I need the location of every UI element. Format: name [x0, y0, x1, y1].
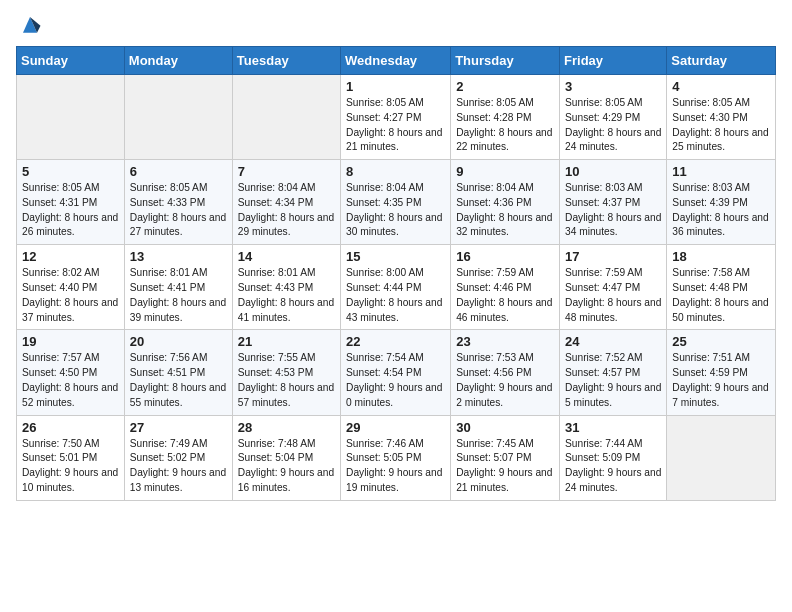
header — [16, 10, 776, 38]
day-number: 23 — [456, 334, 554, 349]
day-info: Sunrise: 8:04 AM Sunset: 4:35 PM Dayligh… — [346, 181, 445, 240]
calendar-week-row: 5Sunrise: 8:05 AM Sunset: 4:31 PM Daylig… — [17, 160, 776, 245]
day-number: 30 — [456, 420, 554, 435]
calendar-cell: 16Sunrise: 7:59 AM Sunset: 4:46 PM Dayli… — [451, 245, 560, 330]
day-info: Sunrise: 7:46 AM Sunset: 5:05 PM Dayligh… — [346, 437, 445, 496]
calendar-header-thursday: Thursday — [451, 47, 560, 75]
day-info: Sunrise: 7:52 AM Sunset: 4:57 PM Dayligh… — [565, 351, 661, 410]
day-info: Sunrise: 8:05 AM Sunset: 4:30 PM Dayligh… — [672, 96, 770, 155]
day-info: Sunrise: 8:02 AM Sunset: 4:40 PM Dayligh… — [22, 266, 119, 325]
day-number: 27 — [130, 420, 227, 435]
calendar-week-row: 12Sunrise: 8:02 AM Sunset: 4:40 PM Dayli… — [17, 245, 776, 330]
day-info: Sunrise: 8:04 AM Sunset: 4:36 PM Dayligh… — [456, 181, 554, 240]
calendar-cell: 4Sunrise: 8:05 AM Sunset: 4:30 PM Daylig… — [667, 75, 776, 160]
calendar-cell: 26Sunrise: 7:50 AM Sunset: 5:01 PM Dayli… — [17, 415, 125, 500]
calendar-table: SundayMondayTuesdayWednesdayThursdayFrid… — [16, 46, 776, 501]
calendar-cell: 27Sunrise: 7:49 AM Sunset: 5:02 PM Dayli… — [124, 415, 232, 500]
day-number: 5 — [22, 164, 119, 179]
logo — [16, 10, 48, 38]
day-info: Sunrise: 7:57 AM Sunset: 4:50 PM Dayligh… — [22, 351, 119, 410]
day-number: 4 — [672, 79, 770, 94]
calendar-cell: 19Sunrise: 7:57 AM Sunset: 4:50 PM Dayli… — [17, 330, 125, 415]
calendar-cell: 8Sunrise: 8:04 AM Sunset: 4:35 PM Daylig… — [341, 160, 451, 245]
day-info: Sunrise: 7:55 AM Sunset: 4:53 PM Dayligh… — [238, 351, 335, 410]
day-number: 20 — [130, 334, 227, 349]
calendar-cell: 24Sunrise: 7:52 AM Sunset: 4:57 PM Dayli… — [560, 330, 667, 415]
day-number: 21 — [238, 334, 335, 349]
calendar-cell: 18Sunrise: 7:58 AM Sunset: 4:48 PM Dayli… — [667, 245, 776, 330]
calendar-cell: 25Sunrise: 7:51 AM Sunset: 4:59 PM Dayli… — [667, 330, 776, 415]
day-info: Sunrise: 8:03 AM Sunset: 4:39 PM Dayligh… — [672, 181, 770, 240]
calendar-header-saturday: Saturday — [667, 47, 776, 75]
day-info: Sunrise: 8:05 AM Sunset: 4:31 PM Dayligh… — [22, 181, 119, 240]
calendar-cell — [124, 75, 232, 160]
day-number: 25 — [672, 334, 770, 349]
day-info: Sunrise: 8:00 AM Sunset: 4:44 PM Dayligh… — [346, 266, 445, 325]
calendar-cell: 28Sunrise: 7:48 AM Sunset: 5:04 PM Dayli… — [232, 415, 340, 500]
calendar-cell: 23Sunrise: 7:53 AM Sunset: 4:56 PM Dayli… — [451, 330, 560, 415]
calendar-cell: 21Sunrise: 7:55 AM Sunset: 4:53 PM Dayli… — [232, 330, 340, 415]
day-number: 13 — [130, 249, 227, 264]
day-info: Sunrise: 7:49 AM Sunset: 5:02 PM Dayligh… — [130, 437, 227, 496]
calendar-cell: 7Sunrise: 8:04 AM Sunset: 4:34 PM Daylig… — [232, 160, 340, 245]
day-info: Sunrise: 8:05 AM Sunset: 4:29 PM Dayligh… — [565, 96, 661, 155]
day-info: Sunrise: 7:54 AM Sunset: 4:54 PM Dayligh… — [346, 351, 445, 410]
calendar-cell: 30Sunrise: 7:45 AM Sunset: 5:07 PM Dayli… — [451, 415, 560, 500]
day-number: 28 — [238, 420, 335, 435]
calendar-cell: 9Sunrise: 8:04 AM Sunset: 4:36 PM Daylig… — [451, 160, 560, 245]
day-info: Sunrise: 7:58 AM Sunset: 4:48 PM Dayligh… — [672, 266, 770, 325]
calendar-cell: 13Sunrise: 8:01 AM Sunset: 4:41 PM Dayli… — [124, 245, 232, 330]
day-number: 29 — [346, 420, 445, 435]
calendar-cell: 17Sunrise: 7:59 AM Sunset: 4:47 PM Dayli… — [560, 245, 667, 330]
calendar-cell — [232, 75, 340, 160]
day-number: 11 — [672, 164, 770, 179]
day-info: Sunrise: 7:56 AM Sunset: 4:51 PM Dayligh… — [130, 351, 227, 410]
day-info: Sunrise: 8:05 AM Sunset: 4:33 PM Dayligh… — [130, 181, 227, 240]
calendar-cell: 11Sunrise: 8:03 AM Sunset: 4:39 PM Dayli… — [667, 160, 776, 245]
day-info: Sunrise: 7:51 AM Sunset: 4:59 PM Dayligh… — [672, 351, 770, 410]
day-info: Sunrise: 7:59 AM Sunset: 4:46 PM Dayligh… — [456, 266, 554, 325]
day-info: Sunrise: 8:03 AM Sunset: 4:37 PM Dayligh… — [565, 181, 661, 240]
calendar-week-row: 19Sunrise: 7:57 AM Sunset: 4:50 PM Dayli… — [17, 330, 776, 415]
calendar-cell: 20Sunrise: 7:56 AM Sunset: 4:51 PM Dayli… — [124, 330, 232, 415]
day-number: 3 — [565, 79, 661, 94]
day-number: 16 — [456, 249, 554, 264]
calendar-cell: 5Sunrise: 8:05 AM Sunset: 4:31 PM Daylig… — [17, 160, 125, 245]
day-number: 24 — [565, 334, 661, 349]
calendar-week-row: 1Sunrise: 8:05 AM Sunset: 4:27 PM Daylig… — [17, 75, 776, 160]
day-number: 2 — [456, 79, 554, 94]
day-info: Sunrise: 7:50 AM Sunset: 5:01 PM Dayligh… — [22, 437, 119, 496]
calendar-header-monday: Monday — [124, 47, 232, 75]
calendar-cell: 14Sunrise: 8:01 AM Sunset: 4:43 PM Dayli… — [232, 245, 340, 330]
calendar-header-sunday: Sunday — [17, 47, 125, 75]
calendar-cell: 29Sunrise: 7:46 AM Sunset: 5:05 PM Dayli… — [341, 415, 451, 500]
day-info: Sunrise: 7:44 AM Sunset: 5:09 PM Dayligh… — [565, 437, 661, 496]
day-number: 26 — [22, 420, 119, 435]
calendar-cell: 12Sunrise: 8:02 AM Sunset: 4:40 PM Dayli… — [17, 245, 125, 330]
day-info: Sunrise: 8:01 AM Sunset: 4:43 PM Dayligh… — [238, 266, 335, 325]
day-number: 7 — [238, 164, 335, 179]
day-number: 15 — [346, 249, 445, 264]
day-info: Sunrise: 7:59 AM Sunset: 4:47 PM Dayligh… — [565, 266, 661, 325]
day-number: 22 — [346, 334, 445, 349]
calendar-cell: 22Sunrise: 7:54 AM Sunset: 4:54 PM Dayli… — [341, 330, 451, 415]
calendar-header-wednesday: Wednesday — [341, 47, 451, 75]
calendar-cell: 1Sunrise: 8:05 AM Sunset: 4:27 PM Daylig… — [341, 75, 451, 160]
day-info: Sunrise: 7:53 AM Sunset: 4:56 PM Dayligh… — [456, 351, 554, 410]
calendar-header-row: SundayMondayTuesdayWednesdayThursdayFrid… — [17, 47, 776, 75]
calendar-cell: 3Sunrise: 8:05 AM Sunset: 4:29 PM Daylig… — [560, 75, 667, 160]
day-number: 17 — [565, 249, 661, 264]
day-number: 14 — [238, 249, 335, 264]
calendar-cell: 31Sunrise: 7:44 AM Sunset: 5:09 PM Dayli… — [560, 415, 667, 500]
day-number: 19 — [22, 334, 119, 349]
day-number: 12 — [22, 249, 119, 264]
calendar-cell: 6Sunrise: 8:05 AM Sunset: 4:33 PM Daylig… — [124, 160, 232, 245]
calendar-cell — [17, 75, 125, 160]
day-number: 31 — [565, 420, 661, 435]
day-info: Sunrise: 7:45 AM Sunset: 5:07 PM Dayligh… — [456, 437, 554, 496]
calendar-cell — [667, 415, 776, 500]
day-info: Sunrise: 8:05 AM Sunset: 4:27 PM Dayligh… — [346, 96, 445, 155]
calendar-cell: 15Sunrise: 8:00 AM Sunset: 4:44 PM Dayli… — [341, 245, 451, 330]
calendar-cell: 10Sunrise: 8:03 AM Sunset: 4:37 PM Dayli… — [560, 160, 667, 245]
calendar-header-friday: Friday — [560, 47, 667, 75]
